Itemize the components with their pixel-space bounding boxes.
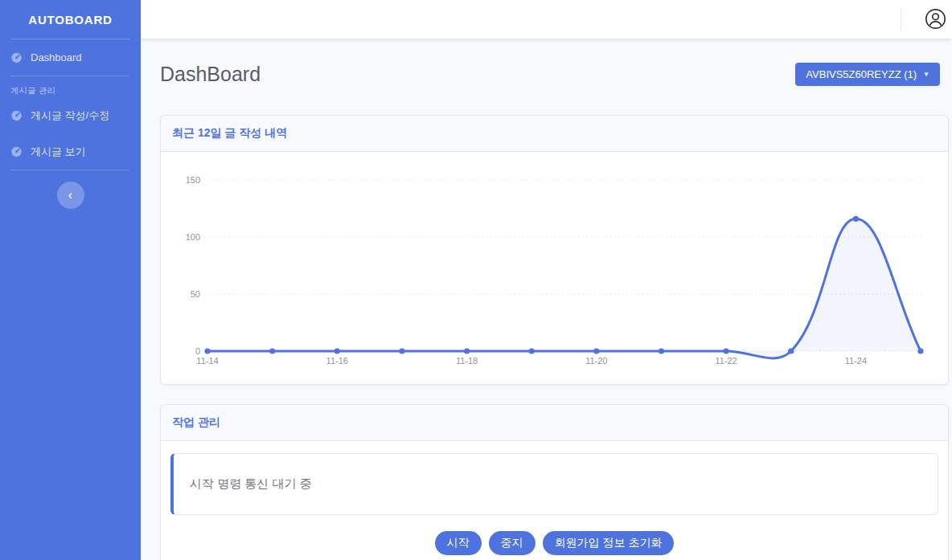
tachometer-icon bbox=[10, 51, 23, 63]
sidebar-collapse-button[interactable]: ‹ bbox=[57, 182, 84, 209]
account-dropdown-button[interactable]: AVBIVS5Z60REYZZ (1) ▼ bbox=[795, 63, 940, 86]
brand-logo[interactable]: AUTOBOARD bbox=[0, 0, 141, 39]
task-card-body: 시작 명령 통신 대기 중 시작 중지 회원가입 정보 초기화 bbox=[161, 441, 948, 560]
user-circle-icon bbox=[925, 20, 946, 32]
posts-line-chart: 05010015011-1411-1611-1811-2011-2211-24 bbox=[170, 160, 938, 378]
chart-card-body: 05010015011-1411-1611-1811-2011-2211-24 bbox=[161, 152, 948, 384]
svg-text:50: 50 bbox=[191, 289, 200, 299]
sidebar-item-post-view[interactable]: 게시글 보기 bbox=[0, 133, 141, 170]
tachometer-icon bbox=[10, 109, 23, 121]
chevron-left-icon: ‹ bbox=[68, 188, 72, 202]
topbar-divider bbox=[901, 8, 901, 31]
svg-text:11-16: 11-16 bbox=[326, 356, 348, 366]
recent-posts-chart-card: 최근 12일 글 작성 내역 05010015011-1411-1611-181… bbox=[160, 115, 949, 385]
sidebar-item-label: 게시글 작성/수정 bbox=[31, 108, 109, 123]
reset-signup-info-button[interactable]: 회원가입 정보 초기화 bbox=[543, 531, 675, 555]
svg-text:11-18: 11-18 bbox=[456, 356, 478, 366]
sidebar-divider bbox=[11, 170, 129, 170]
page-title: DashBoard bbox=[160, 63, 261, 86]
chevron-down-icon: ▼ bbox=[923, 72, 929, 78]
main-content: DashBoard AVBIVS5Z60REYZZ (1) ▼ 최근 12일 글… bbox=[141, 39, 952, 560]
task-management-card: 작업 관리 시작 명령 통신 대기 중 시작 중지 회원가입 정보 초기화 bbox=[160, 404, 949, 560]
sidebar-item-dashboard[interactable]: Dashboard bbox=[0, 39, 141, 76]
page-header: DashBoard AVBIVS5Z60REYZZ (1) ▼ bbox=[160, 63, 949, 86]
start-button[interactable]: 시작 bbox=[435, 531, 482, 555]
status-message-box: 시작 명령 통신 대기 중 bbox=[170, 453, 938, 515]
topbar bbox=[141, 0, 952, 39]
sidebar-item-post-write-edit[interactable]: 게시글 작성/수정 bbox=[0, 97, 141, 133]
svg-text:100: 100 bbox=[186, 232, 200, 242]
sidebar-section-heading: 게시글 관리 bbox=[0, 76, 141, 97]
account-dropdown-label: AVBIVS5Z60REYZZ (1) bbox=[806, 68, 917, 80]
svg-text:11-20: 11-20 bbox=[585, 356, 607, 366]
svg-text:0: 0 bbox=[195, 346, 200, 356]
svg-text:11-22: 11-22 bbox=[715, 356, 737, 366]
sidebar: AUTOBOARD Dashboard 게시글 관리 게시글 작성/수정 게시글… bbox=[0, 0, 141, 560]
stop-button[interactable]: 중지 bbox=[489, 531, 536, 555]
svg-text:150: 150 bbox=[186, 175, 200, 185]
user-menu-button[interactable] bbox=[924, 8, 946, 31]
sidebar-item-label: Dashboard bbox=[31, 50, 82, 65]
chart-card-header: 최근 12일 글 작성 내역 bbox=[161, 116, 948, 152]
task-buttons-row: 시작 중지 회원가입 정보 초기화 bbox=[170, 531, 938, 555]
svg-text:11-14: 11-14 bbox=[196, 356, 218, 366]
task-card-header: 작업 관리 bbox=[161, 405, 948, 441]
svg-text:11-24: 11-24 bbox=[845, 356, 867, 366]
status-message: 시작 명령 통신 대기 중 bbox=[190, 476, 312, 490]
tachometer-icon bbox=[10, 145, 23, 157]
sidebar-item-label: 게시글 보기 bbox=[31, 144, 86, 159]
